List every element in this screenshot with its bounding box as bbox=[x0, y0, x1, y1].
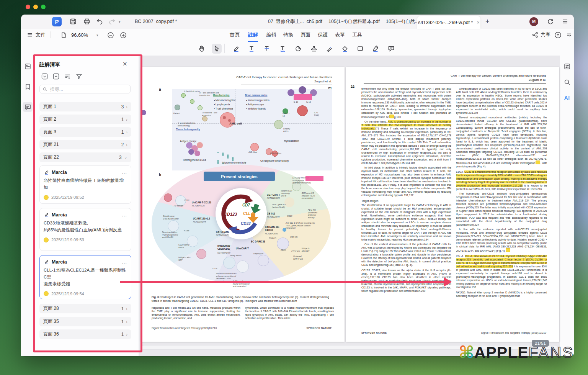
ribbon-tab-頁面[interactable]: 頁面 bbox=[301, 29, 310, 41]
undo-icon[interactable] bbox=[96, 18, 103, 25]
thumbnails-panel-icon[interactable] bbox=[23, 61, 33, 71]
figure-cell-art bbox=[237, 260, 249, 273]
close-window-button[interactable] bbox=[26, 5, 30, 9]
zoom-level-value[interactable]: 96.60% bbox=[71, 32, 88, 38]
hand-tool-icon[interactable] bbox=[196, 44, 206, 54]
upload-cloud-icon[interactable] bbox=[554, 31, 562, 39]
note-annotation-icon[interactable] bbox=[389, 115, 394, 118]
ink-tool-icon[interactable] bbox=[325, 44, 335, 54]
figure-cell-art bbox=[277, 237, 289, 250]
new-tab-button[interactable]: + bbox=[485, 18, 490, 26]
pink-highlight-mark bbox=[294, 94, 312, 100]
figure-label: • Inhibitory ligands bbox=[246, 107, 266, 110]
caption-fig-label: Fig. 3 bbox=[152, 295, 159, 299]
note-annotation-icon[interactable] bbox=[506, 248, 510, 252]
account-avatar[interactable]: M bbox=[529, 17, 538, 26]
figure-cell-art bbox=[164, 193, 172, 202]
pdf-page-21[interactable]: CAR-T cell therapy for cancer: current c… bbox=[141, 67, 345, 342]
pink-highlight-mark bbox=[305, 176, 323, 181]
strikethrough-tool-icon[interactable] bbox=[262, 44, 272, 54]
figure-label: NCT06128044 bbox=[267, 216, 280, 218]
underline-tool-icon[interactable] bbox=[247, 44, 256, 54]
figure-label: NCT03190278 bbox=[193, 221, 206, 223]
save-icon[interactable] bbox=[69, 18, 77, 25]
ribbon-tab-表單[interactable]: 表單 bbox=[335, 29, 345, 41]
figure-label: bridge to allo-SCT bbox=[178, 256, 191, 261]
figure-cell-art bbox=[228, 119, 231, 122]
figure-label: tandem CD7 nanobody VHH6 bbox=[281, 190, 295, 197]
ribbon-tab-編輯[interactable]: 編輯 bbox=[266, 29, 276, 41]
bookmarks-panel-icon[interactable] bbox=[23, 82, 33, 92]
head-rule bbox=[241, 85, 332, 85]
note-annotation-icon[interactable] bbox=[536, 160, 540, 164]
share-button[interactable]: 共享 bbox=[532, 31, 550, 38]
minimize-window-button[interactable] bbox=[33, 5, 38, 9]
ribbon-tab-轉換[interactable]: 轉換 bbox=[283, 29, 293, 41]
active-tab-label: s41392-025-...269-w.pdf * bbox=[418, 20, 473, 25]
figure-label: CB-012 bbox=[267, 212, 275, 215]
comment-tool-icon[interactable] bbox=[386, 44, 396, 54]
signature-tool-icon[interactable] bbox=[371, 44, 381, 54]
ai-assistant-button[interactable]: AI bbox=[562, 93, 572, 103]
figure-label: IL-4/ TGFβ bbox=[314, 111, 323, 116]
figure-label: PD-1 KO (enhanced antitumor activity) bbox=[308, 209, 323, 219]
ribbon-tab-保護[interactable]: 保護 bbox=[318, 29, 328, 41]
ribbon-tab-首頁[interactable]: 首頁 bbox=[230, 29, 240, 41]
figure-label: IL-4/ IL-10 bbox=[283, 112, 291, 117]
file-menu-button[interactable]: 文件 bbox=[27, 31, 46, 38]
figure-label: Endothelium bbox=[270, 152, 281, 155]
applefans-watermark: ⌘ APPLE FANS bbox=[459, 344, 574, 361]
search-panel-icon[interactable] bbox=[562, 77, 572, 87]
watermark-apple-text: APPLE bbox=[474, 345, 529, 360]
sync-icon[interactable] bbox=[547, 18, 554, 25]
annotations-panel-icon[interactable] bbox=[23, 102, 33, 112]
select-tool-icon[interactable] bbox=[212, 44, 222, 54]
ribbon-tab-工具[interactable]: 工具 bbox=[352, 29, 362, 41]
dot-art bbox=[227, 154, 229, 156]
pdf-page-22[interactable]: CAR-T cell therapy for cancer: current c… bbox=[346, 67, 559, 342]
sticker-tool-icon[interactable] bbox=[293, 44, 303, 54]
tools-divider bbox=[224, 44, 225, 53]
paragraph: environment not only limits the effector… bbox=[361, 87, 451, 119]
document-tab[interactable]: BC 2007_copy.pdf * bbox=[135, 15, 177, 29]
ribbon-tab-註解[interactable]: 註解 bbox=[248, 29, 258, 42]
paragraph: The humanized anti-CD33 antibody drug-co… bbox=[456, 192, 547, 226]
collapse-toolbar-icon[interactable] bbox=[566, 32, 572, 38]
zoom-dropdown-caret[interactable]: ▾ bbox=[96, 33, 98, 37]
figure-label: Anti CLL-1 CAR site inserted into TRAC g… bbox=[286, 222, 319, 229]
document-tab[interactable]: 105(1~4)自然科題本.pdf bbox=[328, 15, 380, 29]
zoom-in-icon[interactable] bbox=[120, 32, 127, 39]
eraser-tool-icon[interactable] bbox=[340, 44, 350, 54]
figure-label: • Antigen escape bbox=[246, 103, 264, 106]
figure-label: ④ Lymphodepleting chemotherapy bbox=[178, 122, 201, 127]
figure-cell-art bbox=[250, 143, 259, 151]
tab-close-icon[interactable]: × bbox=[477, 20, 479, 25]
paragraph: One of the earliest demonstrations of th… bbox=[361, 242, 451, 267]
zoom-window-button[interactable] bbox=[41, 5, 46, 9]
main-menu-icon[interactable] bbox=[561, 18, 569, 25]
caption-text: Challenges in CAR-T cell generation for … bbox=[152, 295, 329, 303]
stamp-tool-icon[interactable] bbox=[309, 44, 319, 54]
figure-label: CATCHAML bbox=[216, 231, 229, 234]
document-tab-active[interactable]: s41392-025-...269-w.pdf *× bbox=[417, 16, 480, 29]
body-column: kynurenine, which contribute to a hostil… bbox=[245, 306, 334, 322]
redo-icon[interactable] bbox=[108, 18, 116, 25]
figure-label: CD28 bbox=[281, 249, 286, 252]
toolbar-divider bbox=[51, 31, 51, 38]
figure-cell-art bbox=[297, 105, 308, 116]
document-tab[interactable]: 07_選修化學上..._ch5.pdf bbox=[268, 15, 322, 29]
figure-cell-art bbox=[299, 86, 306, 94]
figure-caption: Fig. 3 Challenges in CAR-T cell generati… bbox=[152, 295, 334, 303]
highlight-tool-icon[interactable] bbox=[231, 44, 241, 54]
rectangle-tool-icon[interactable] bbox=[355, 44, 365, 54]
red-annotation-arrow-head bbox=[444, 277, 452, 287]
zoom-out-icon[interactable] bbox=[107, 32, 114, 39]
squiggly-tool-icon[interactable] bbox=[278, 44, 287, 54]
properties-panel-icon[interactable] bbox=[562, 61, 572, 71]
redo-dropdown-caret[interactable]: ▾ bbox=[119, 20, 121, 24]
figure-cell-art bbox=[198, 105, 203, 110]
figure-label: • Manufacturing time bbox=[214, 99, 236, 102]
print-icon[interactable] bbox=[83, 18, 91, 25]
page-fit-icon[interactable] bbox=[60, 32, 67, 38]
running-head: CAR-T cell therapy for cancer: current c… bbox=[209, 75, 332, 84]
